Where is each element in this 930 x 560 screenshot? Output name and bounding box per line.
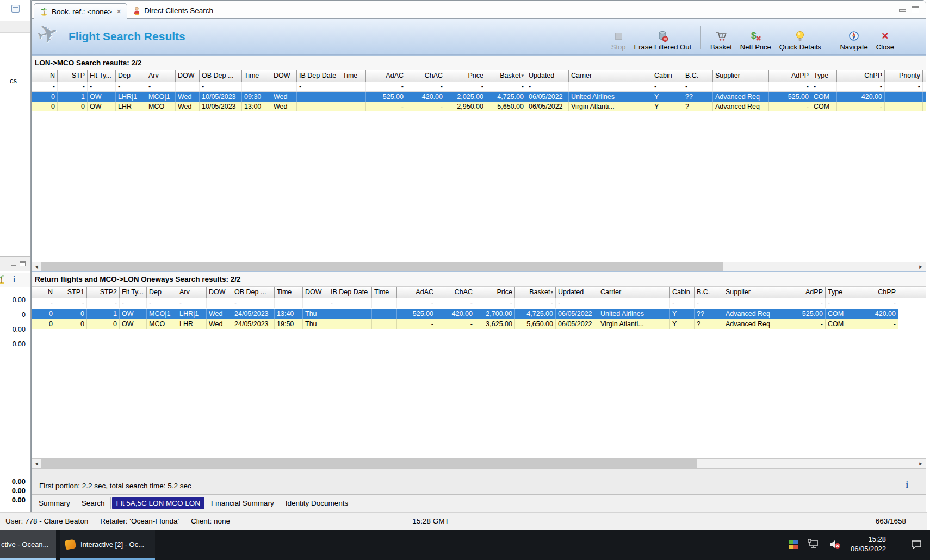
column-header-supplier[interactable]: Supplier	[723, 287, 780, 298]
column-header-ib-dep-date[interactable]: IB Dep Date	[328, 287, 372, 298]
column-header-dep[interactable]: Dep	[116, 70, 146, 82]
column-header-b-c-[interactable]: B.C.	[695, 287, 723, 298]
column-header-ob-dep-[interactable]: OB Dep ...	[232, 287, 275, 298]
filter-cell[interactable]	[271, 82, 297, 91]
filter-cell[interactable]: -	[780, 298, 826, 308]
filter-cell[interactable]: -	[88, 82, 116, 91]
column-header-time[interactable]: Time	[372, 287, 397, 298]
filter-cell[interactable]: -	[232, 298, 275, 308]
filter-cell[interactable]: -	[200, 82, 242, 91]
column-header-flt-ty-[interactable]: Flt Ty...	[120, 287, 147, 298]
column-header-carrier[interactable]: Carrier	[569, 70, 652, 82]
column-header-time[interactable]: Time	[275, 287, 303, 298]
basket-button[interactable]: Basket	[710, 21, 732, 53]
column-header-updated[interactable]: Updated	[526, 70, 569, 82]
filter-cell[interactable]: -	[177, 298, 207, 308]
filter-cell[interactable]: -	[116, 82, 146, 91]
navigate-button[interactable]: Navigate	[840, 21, 867, 53]
column-header-adac[interactable]: AdAC	[366, 70, 406, 82]
close-button[interactable]: ✕ Close	[876, 21, 894, 53]
tab-booking-ref[interactable]: Book. ref.: <none> ✕	[34, 3, 127, 19]
filter-cell[interactable]: -	[486, 82, 526, 91]
filter-cell[interactable]	[275, 298, 303, 308]
scroll-right-icon[interactable]: ▸	[916, 262, 926, 271]
column-header-stp1[interactable]: STP1	[55, 287, 87, 298]
filter-cell[interactable]: -	[147, 298, 177, 308]
scrollbar-thumb[interactable]	[41, 262, 723, 271]
maximize-icon[interactable]	[912, 6, 919, 13]
avg-grid-icon[interactable]	[789, 540, 798, 549]
filter-cell[interactable]: -	[120, 298, 147, 308]
filter-cell[interactable]: -	[397, 298, 436, 308]
inbound-horizontal-scrollbar[interactable]: ◂ ▸	[32, 458, 926, 468]
scroll-right-icon[interactable]: ▸	[916, 459, 926, 468]
column-header-flt-ty-[interactable]: Flt Ty...	[88, 70, 116, 82]
column-header-ib-dep-date[interactable]: IB Dep Date	[297, 70, 340, 82]
minimize-icon[interactable]	[899, 9, 906, 12]
filter-cell[interactable]	[723, 298, 780, 308]
column-header-dow[interactable]: DOW	[176, 70, 200, 82]
scroll-left-icon[interactable]: ◂	[32, 262, 41, 271]
inbound-result-row[interactable]: 001OWMCO|1LHR|1Wed24/05/202313:40Thu525.…	[32, 309, 898, 319]
column-header-updated[interactable]: Updated	[556, 287, 598, 298]
filter-cell[interactable]: -	[769, 82, 811, 91]
column-header-arv[interactable]: Arv	[177, 287, 207, 298]
minimize-view-icon[interactable]	[11, 5, 20, 13]
notification-bubble-icon[interactable]	[910, 539, 922, 550]
filter-cell[interactable]	[372, 298, 397, 308]
column-header-n[interactable]: N	[32, 70, 58, 82]
column-header-dow[interactable]: DOW	[303, 287, 328, 298]
column-header-basket[interactable]: Basket▾	[515, 287, 556, 298]
column-header-chac[interactable]: ChAC	[406, 70, 445, 82]
inbound-result-row[interactable]: 000OWMCOLHRWed24/05/202319:50Thu--3,625.…	[32, 319, 898, 329]
column-header-stp[interactable]: STP	[58, 70, 88, 82]
column-header-dep[interactable]: Dep	[147, 287, 177, 298]
bottom-tab-search[interactable]: Search	[76, 497, 111, 509]
column-header-type[interactable]: Type	[811, 70, 837, 82]
erase-filtered-out-button[interactable]: Erase Filtered Out	[634, 21, 692, 53]
bottom-tab-financial-summary[interactable]: Financial Summary	[206, 497, 280, 509]
minimize-icon[interactable]	[11, 265, 16, 266]
filter-cell[interactable]	[569, 82, 652, 91]
outbound-horizontal-scrollbar[interactable]: ◂ ▸	[32, 262, 926, 271]
column-header-supplier[interactable]: Supplier	[713, 70, 769, 82]
maximize-icon[interactable]	[20, 261, 26, 266]
scrollbar-thumb[interactable]	[41, 459, 697, 468]
quick-details-button[interactable]: Quick Details	[779, 21, 821, 53]
tab-direct-clients-search[interactable]: Direct Clients Search	[127, 3, 219, 18]
taskbar-clock[interactable]: 15:28 06/05/2022	[851, 534, 886, 553]
filter-cell[interactable]	[207, 298, 232, 308]
filter-cell[interactable]: -	[556, 298, 598, 308]
inbound-filter-row[interactable]: ------------------	[32, 298, 926, 308]
column-header-b-c-[interactable]: B.C.	[683, 70, 713, 82]
column-header-ob-dep-[interactable]: OB Dep ...	[200, 70, 242, 82]
info-icon[interactable]: i	[906, 480, 908, 490]
filter-cell[interactable]: -	[683, 82, 713, 91]
column-header-time[interactable]: Time	[242, 70, 271, 82]
filter-cell[interactable]: -	[885, 82, 923, 91]
bottom-tab-identity-documents[interactable]: Identity Documents	[280, 497, 355, 509]
outbound-result-row[interactable]: 01OWLHR|1MCO|1Wed10/05/202309:30Wed525.0…	[32, 92, 926, 102]
filter-cell[interactable]	[303, 298, 328, 308]
filter-cell[interactable]	[598, 298, 670, 308]
column-header-arv[interactable]: Arv	[146, 70, 176, 82]
column-header-n[interactable]: N	[32, 287, 55, 298]
filter-cell[interactable]	[340, 82, 366, 91]
column-header-dow[interactable]: DOW	[207, 287, 232, 298]
bottom-tab-summary[interactable]: Summary	[33, 497, 76, 509]
filter-cell[interactable]: -	[87, 298, 120, 308]
filter-cell[interactable]: -	[436, 298, 475, 308]
taskbar-button-ocean[interactable]: ctive - Ocean...	[0, 530, 56, 558]
filter-cell[interactable]: -	[695, 298, 723, 308]
column-header-basket[interactable]: Basket▾	[486, 70, 526, 82]
column-header-chac[interactable]: ChAC	[436, 287, 475, 298]
filter-cell[interactable]: -	[366, 82, 406, 91]
column-header-stp2[interactable]: STP2	[87, 287, 120, 298]
column-header-price[interactable]: Price	[445, 70, 486, 82]
filter-cell[interactable]: -	[58, 82, 88, 91]
column-header-carrier[interactable]: Carrier	[598, 287, 670, 298]
filter-cell[interactable]: -	[515, 298, 556, 308]
filter-cell[interactable]: -	[328, 298, 372, 308]
filter-cell[interactable]	[242, 82, 271, 91]
column-header-time[interactable]: Time	[340, 70, 366, 82]
